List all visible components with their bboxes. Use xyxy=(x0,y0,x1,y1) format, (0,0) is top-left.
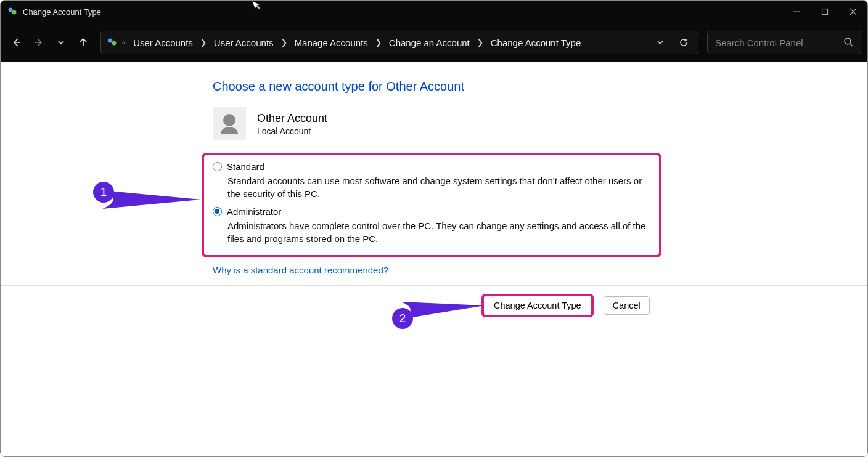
search-input[interactable] xyxy=(715,38,843,48)
account-type-options: Standard Standard accounts can use most … xyxy=(202,153,661,257)
account-type-label: Local Account xyxy=(257,126,327,136)
svg-line-11 xyxy=(850,44,853,46)
close-button[interactable] xyxy=(839,1,867,23)
up-button[interactable] xyxy=(73,33,93,52)
option-standard[interactable]: Standard Standard accounts can use most … xyxy=(213,161,650,200)
chevron-right-icon[interactable]: ❯ xyxy=(280,38,289,47)
back-button[interactable] xyxy=(7,33,27,52)
svg-point-8 xyxy=(108,39,113,43)
forward-button[interactable] xyxy=(29,33,49,52)
minimize-button[interactable] xyxy=(782,1,811,23)
window-controls xyxy=(782,1,867,23)
chevron-right-icon[interactable]: ❯ xyxy=(374,38,383,47)
chevron-right-icon[interactable]: ❯ xyxy=(199,38,208,47)
navbar: « User Accounts ❯ User Accounts ❯ Manage… xyxy=(1,23,867,62)
svg-point-10 xyxy=(845,38,851,44)
radio-icon[interactable] xyxy=(213,162,222,171)
annotation-number: 1 xyxy=(93,182,114,203)
svg-point-1 xyxy=(12,10,17,15)
breadcrumb-item[interactable]: Manage Accounts xyxy=(291,36,372,49)
option-description: Administrators have complete control ove… xyxy=(227,219,650,245)
breadcrumb-item[interactable]: Change Account Type xyxy=(487,36,585,49)
annotation-number: 2 xyxy=(392,308,413,329)
search-box[interactable] xyxy=(707,31,861,54)
breadcrumb-item[interactable]: Change an Account xyxy=(385,36,473,49)
address-bar[interactable]: « User Accounts ❯ User Accounts ❯ Manage… xyxy=(100,31,698,54)
content-area: Choose a new account type for Other Acco… xyxy=(1,62,867,456)
user-accounts-icon xyxy=(7,6,18,17)
cancel-button[interactable]: Cancel xyxy=(604,296,650,315)
breadcrumb-item[interactable]: User Accounts xyxy=(129,36,197,49)
page-heading: Choose a new account type for Other Acco… xyxy=(213,79,830,94)
titlebar: Change Account Type xyxy=(1,1,867,23)
svg-point-9 xyxy=(112,41,117,46)
recent-locations-button[interactable] xyxy=(51,33,71,52)
account-name: Other Account xyxy=(257,112,327,125)
help-link[interactable]: Why is a standard account recommended? xyxy=(213,265,388,275)
breadcrumb-item[interactable]: User Accounts xyxy=(210,36,277,49)
breadcrumb-overflow-icon[interactable]: « xyxy=(121,39,127,46)
user-accounts-icon xyxy=(106,36,118,49)
avatar-icon xyxy=(213,107,246,140)
account-block: Other Account Local Account xyxy=(213,107,830,140)
svg-rect-3 xyxy=(822,9,828,15)
option-label: Standard xyxy=(227,161,264,172)
refresh-button[interactable] xyxy=(674,33,693,52)
maximize-button[interactable] xyxy=(811,1,839,23)
radio-icon[interactable] xyxy=(213,207,222,216)
cursor-icon xyxy=(252,0,264,14)
chevron-right-icon[interactable]: ❯ xyxy=(476,38,485,47)
window-title: Change Account Type xyxy=(23,7,101,17)
option-label: Administrator xyxy=(227,206,281,217)
search-icon[interactable] xyxy=(843,37,853,49)
option-description: Standard accounts can use most software … xyxy=(227,174,650,200)
svg-point-0 xyxy=(9,8,13,12)
change-account-type-button[interactable]: Change Account Type xyxy=(481,294,594,317)
address-dropdown-button[interactable] xyxy=(651,33,669,52)
option-administrator[interactable]: Administrator Administrators have comple… xyxy=(213,206,650,245)
